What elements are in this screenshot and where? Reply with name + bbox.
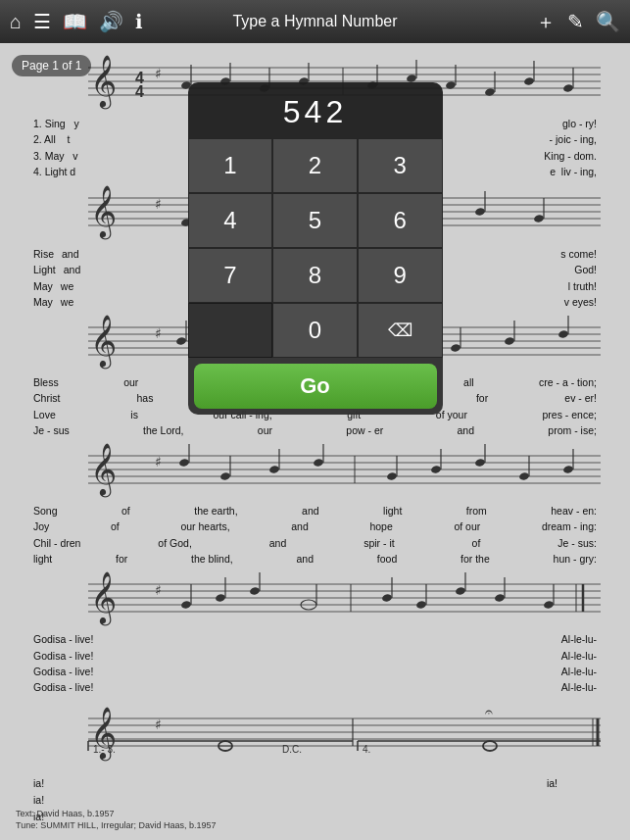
speaker-icon[interactable]: 🔊	[99, 10, 123, 33]
page-title: Type a Hymnal Number	[232, 13, 397, 30]
svg-text:♯: ♯	[155, 454, 162, 469]
numpad-key-0[interactable]: 0	[272, 303, 358, 358]
book-icon[interactable]: 📖	[63, 10, 87, 33]
pencil-icon[interactable]: ✎	[567, 10, 584, 33]
svg-text:♯: ♯	[155, 582, 162, 598]
numpad-display-value: 542	[204, 94, 427, 130]
numpad-keys: 1 2 3 4 5 6 7 8 9 0 ⌫	[188, 138, 443, 358]
svg-text:♯: ♯	[155, 716, 162, 732]
svg-point-103	[518, 472, 529, 481]
svg-text:𝄞: 𝄞	[90, 315, 117, 370]
svg-text:𝄞: 𝄞	[90, 185, 117, 240]
svg-point-51	[533, 214, 544, 222]
svg-text:♯: ♯	[155, 196, 162, 212]
svg-point-28	[562, 83, 573, 92]
svg-point-119	[249, 587, 260, 596]
sheet-area: Page 1 of 1 𝄞 4 4 ♯	[0, 43, 630, 840]
numpad-key-7[interactable]: 7	[188, 248, 273, 303]
svg-point-124	[381, 594, 392, 603]
numpad-key-9[interactable]: 9	[358, 248, 443, 303]
info-icon[interactable]: ℹ	[135, 10, 143, 33]
svg-point-76	[504, 336, 514, 345]
svg-point-101	[474, 459, 485, 468]
numpad-row-4: 0 ⌫	[188, 303, 443, 358]
footer-line2: Tune: SUMMIT HILL, Irregular; David Haas…	[16, 819, 217, 832]
plus-icon[interactable]: ＋	[536, 9, 556, 35]
svg-point-74	[450, 343, 460, 352]
lyrics-section-5: Godisa - live!Al-le-lu- Godisa - live!Al…	[29, 631, 601, 695]
final-section: 1.- 3. 4. D.C. 𝄞 ♯	[29, 697, 601, 775]
top-bar-right-icons: ＋ ✎ 🔍	[536, 9, 620, 35]
numpad-row-1: 1 2 3	[188, 138, 443, 193]
svg-text:4: 4	[135, 83, 144, 100]
svg-point-61	[175, 336, 186, 345]
numpad-key-2[interactable]: 2	[272, 138, 358, 193]
numpad-key-5[interactable]: 5	[272, 193, 358, 248]
svg-point-78	[557, 329, 568, 338]
svg-point-92	[268, 466, 279, 474]
footer-line1: Text: David Haas, b.1957	[16, 808, 217, 820]
svg-point-97	[386, 472, 397, 481]
numpad-key-4[interactable]: 4	[188, 193, 273, 248]
numpad-key-empty	[188, 303, 273, 358]
svg-point-26	[523, 76, 534, 85]
svg-text:♯: ♯	[155, 66, 162, 81]
lyrics-left-1: 1. Sing y 2. All t 3. May v 4. Light d	[33, 116, 79, 179]
numpad-key-1[interactable]: 1	[188, 138, 273, 193]
svg-point-90	[219, 472, 230, 481]
svg-text:♯: ♯	[155, 325, 162, 341]
svg-text:𝄞: 𝄞	[90, 55, 117, 110]
search-icon[interactable]: 🔍	[596, 10, 620, 33]
numpad-key-6[interactable]: 6	[358, 193, 443, 248]
footer: Text: David Haas, b.1957 Tune: SUMMIT HI…	[16, 808, 217, 832]
svg-point-126	[415, 601, 426, 610]
numpad-backspace-key[interactable]: ⌫	[358, 303, 443, 358]
numpad-key-8[interactable]: 8	[272, 248, 358, 303]
numpad-go-row: Go	[188, 358, 443, 415]
staff-5: 𝄞 ♯	[29, 570, 601, 627]
svg-text:𝄞: 𝄞	[90, 707, 117, 762]
svg-point-117	[215, 594, 225, 603]
numpad-row-2: 4 5 6	[188, 193, 443, 248]
svg-point-49	[474, 207, 485, 216]
top-bar-left-icons: ⌂ ☰ 📖 🔊 ℹ	[10, 10, 143, 33]
svg-text:𝄞: 𝄞	[90, 571, 117, 626]
numpad-go-button[interactable]: Go	[194, 364, 437, 409]
document-icon[interactable]: ☰	[33, 10, 51, 33]
svg-point-94	[313, 459, 323, 468]
lyrics-right-1: glo - ry! - joic - ing, King - dom. e li…	[544, 116, 597, 179]
svg-point-115	[180, 601, 191, 610]
svg-text:𝄞: 𝄞	[90, 443, 117, 498]
svg-point-130	[494, 594, 505, 603]
top-bar: ⌂ ☰ 📖 🔊 ℹ Type a Hymnal Number ＋ ✎ 🔍	[0, 0, 630, 43]
svg-point-128	[455, 587, 465, 596]
svg-point-105	[562, 466, 573, 474]
svg-point-88	[178, 459, 189, 468]
numpad-row-3: 7 8 9	[188, 248, 443, 303]
home-icon[interactable]: ⌂	[10, 11, 22, 33]
svg-point-132	[543, 601, 554, 610]
lyrics-section-4: Songofthe earth,andlightfromheav - en: J…	[29, 503, 601, 567]
numpad-display: 542	[188, 82, 443, 138]
numpad-key-3[interactable]: 3	[358, 138, 443, 193]
staff-4: 𝄞 ♯	[29, 442, 601, 499]
numpad-overlay: 542 1 2 3 4 5 6 7 8 9 0	[188, 82, 443, 415]
staff-6: 1.- 3. 4. D.C. 𝄞 ♯	[29, 697, 601, 775]
page-badge: Page 1 of 1	[12, 55, 91, 76]
svg-point-99	[430, 466, 441, 474]
svg-text:𝄐: 𝄐	[485, 704, 493, 719]
